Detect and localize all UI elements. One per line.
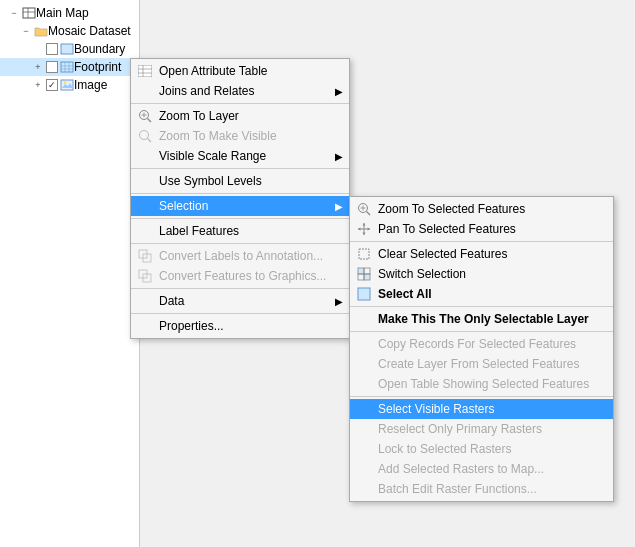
svg-rect-30 bbox=[358, 268, 364, 274]
mosaicds-label: Mosaic Dataset bbox=[48, 24, 131, 38]
submenu-switch-label: Switch Selection bbox=[378, 267, 466, 281]
submenu-only-selectable[interactable]: Make This The Only Selectable Layer bbox=[350, 309, 613, 329]
submenu-create-layer: Create Layer From Selected Features bbox=[350, 354, 613, 374]
svg-point-10 bbox=[64, 81, 67, 84]
submenu-add-rasters-label: Add Selected Rasters to Map... bbox=[378, 462, 544, 476]
submenu-batch-edit: Batch Edit Raster Functions... bbox=[350, 479, 613, 499]
tree-item-boundary[interactable]: Boundary bbox=[0, 40, 139, 58]
expand-icon-boundary bbox=[32, 43, 44, 55]
svg-rect-33 bbox=[358, 274, 364, 280]
select-visible-rasters-icon bbox=[356, 401, 372, 417]
joins-arrow: ▶ bbox=[335, 86, 343, 97]
switch-selection-icon bbox=[356, 266, 372, 282]
submenu-sep-3 bbox=[350, 331, 613, 332]
folder-icon bbox=[34, 24, 48, 38]
menu-properties-label: Properties... bbox=[159, 319, 224, 333]
menu-zoom-visible-label: Zoom To Make Visible bbox=[159, 129, 277, 143]
open-table-icon bbox=[356, 376, 372, 392]
only-selectable-icon bbox=[356, 311, 372, 327]
submenu-select-visible-rasters[interactable]: Select Visible Rasters bbox=[350, 399, 613, 419]
submenu-clear-selected-label: Clear Selected Features bbox=[378, 247, 507, 261]
submenu-lock-selected: Lock to Selected Rasters bbox=[350, 439, 613, 459]
expand-icon-footprint: + bbox=[32, 61, 44, 73]
selection-submenu: Zoom To Selected Features Pan To Selecte… bbox=[349, 196, 614, 502]
image-label: Image bbox=[74, 78, 107, 92]
svg-rect-32 bbox=[364, 268, 370, 274]
svg-rect-0 bbox=[23, 8, 35, 18]
layer-icon bbox=[60, 42, 74, 56]
svg-rect-29 bbox=[359, 249, 369, 259]
submenu-only-selectable-label: Make This The Only Selectable Layer bbox=[378, 312, 589, 326]
tree-item-mosaicds[interactable]: − Mosaic Dataset bbox=[0, 22, 139, 40]
submenu-sep-4 bbox=[350, 396, 613, 397]
checkbox-boundary[interactable] bbox=[46, 43, 58, 55]
submenu-select-all-label: Select All bbox=[378, 287, 432, 301]
submenu-clear-selected[interactable]: Clear Selected Features bbox=[350, 244, 613, 264]
menu-open-attr-label: Open Attribute Table bbox=[159, 64, 268, 78]
menu-open-attr[interactable]: Open Attribute Table bbox=[131, 61, 349, 81]
submenu-pan-selected[interactable]: Pan To Selected Features bbox=[350, 219, 613, 239]
submenu-open-table-label: Open Table Showing Selected Features bbox=[378, 377, 589, 391]
selection-icon bbox=[137, 198, 153, 214]
menu-joins[interactable]: Joins and Relates ▶ bbox=[131, 81, 349, 101]
selection-arrow: ▶ bbox=[335, 201, 343, 212]
submenu-sep-2 bbox=[350, 306, 613, 307]
convert-features-icon bbox=[137, 268, 153, 284]
svg-point-19 bbox=[140, 131, 149, 140]
svg-line-16 bbox=[148, 119, 152, 123]
menu-zoom-layer-label: Zoom To Layer bbox=[159, 109, 239, 123]
submenu-copy-records-label: Copy Records For Selected Features bbox=[378, 337, 576, 351]
menu-data[interactable]: Data ▶ bbox=[131, 291, 349, 311]
menu-label-features[interactable]: Label Features bbox=[131, 221, 349, 241]
data-arrow: ▶ bbox=[335, 296, 343, 307]
separator-7 bbox=[131, 313, 349, 314]
mainmap-label: Main Map bbox=[36, 6, 89, 20]
submenu-copy-records: Copy Records For Selected Features bbox=[350, 334, 613, 354]
checkbox-image[interactable] bbox=[46, 79, 58, 91]
tree-item-image[interactable]: + Image bbox=[0, 76, 139, 94]
separator-2 bbox=[131, 168, 349, 169]
svg-rect-11 bbox=[138, 65, 152, 77]
submenu-open-table: Open Table Showing Selected Features bbox=[350, 374, 613, 394]
zoom-layer-icon bbox=[137, 108, 153, 124]
joins-icon bbox=[137, 83, 153, 99]
submenu-add-rasters: Add Selected Rasters to Map... bbox=[350, 459, 613, 479]
menu-convert-labels: Convert Labels to Annotation... bbox=[131, 246, 349, 266]
separator-3 bbox=[131, 193, 349, 194]
submenu-select-all[interactable]: Select All bbox=[350, 284, 613, 304]
visible-scale-arrow: ▶ bbox=[335, 151, 343, 162]
expand-icon: − bbox=[8, 7, 20, 19]
convert-labels-icon bbox=[137, 248, 153, 264]
checkbox-footprint[interactable] bbox=[46, 61, 58, 73]
boundary-label: Boundary bbox=[74, 42, 125, 56]
pan-selected-icon bbox=[356, 221, 372, 237]
properties-icon bbox=[137, 318, 153, 334]
expand-icon-mosaic: − bbox=[20, 25, 32, 37]
menu-selection[interactable]: Selection ▶ bbox=[131, 196, 349, 216]
menu-convert-labels-label: Convert Labels to Annotation... bbox=[159, 249, 323, 263]
menu-zoom-visible: Zoom To Make Visible bbox=[131, 126, 349, 146]
table-icon bbox=[137, 63, 153, 79]
menu-properties[interactable]: Properties... bbox=[131, 316, 349, 336]
svg-rect-3 bbox=[61, 44, 73, 54]
menu-zoom-layer[interactable]: Zoom To Layer bbox=[131, 106, 349, 126]
map-icon bbox=[22, 6, 36, 20]
reselect-primary-icon bbox=[356, 421, 372, 437]
svg-rect-34 bbox=[358, 288, 370, 300]
context-menu: Open Attribute Table Joins and Relates ▶… bbox=[130, 58, 350, 339]
menu-symbol-levels[interactable]: Use Symbol Levels bbox=[131, 171, 349, 191]
separator-4 bbox=[131, 218, 349, 219]
data-icon bbox=[137, 293, 153, 309]
menu-joins-label: Joins and Relates bbox=[159, 84, 254, 98]
menu-convert-features: Convert Features to Graphics... bbox=[131, 266, 349, 286]
footprint-label: Footprint bbox=[74, 60, 121, 74]
submenu-reselect-primary: Reselect Only Primary Rasters bbox=[350, 419, 613, 439]
submenu-zoom-selected[interactable]: Zoom To Selected Features bbox=[350, 199, 613, 219]
tree-item-mainmap[interactable]: − Main Map bbox=[0, 4, 139, 22]
tree-item-footprint[interactable]: + Footprint bbox=[0, 58, 139, 76]
batch-edit-icon bbox=[356, 481, 372, 497]
submenu-switch-selection[interactable]: Switch Selection bbox=[350, 264, 613, 284]
zoom-selected-icon bbox=[356, 201, 372, 217]
menu-visible-scale[interactable]: Visible Scale Range ▶ bbox=[131, 146, 349, 166]
submenu-zoom-selected-label: Zoom To Selected Features bbox=[378, 202, 525, 216]
